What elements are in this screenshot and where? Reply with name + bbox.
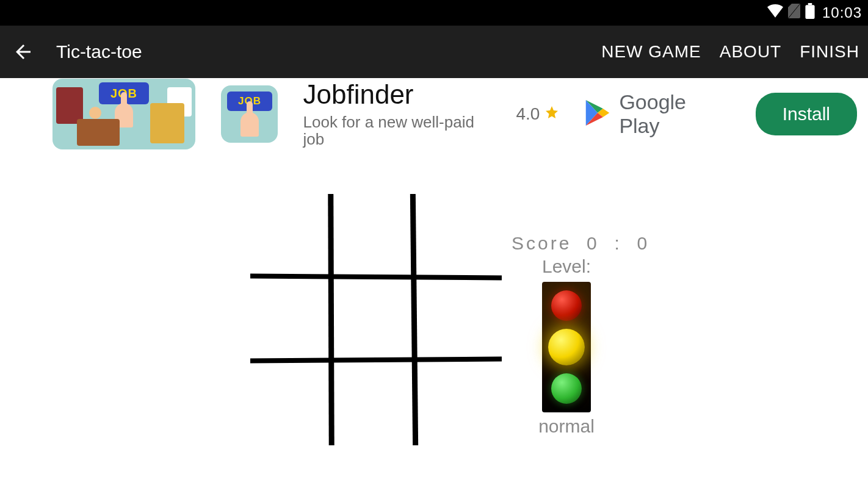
arrow-back-icon — [12, 41, 34, 63]
cell-1-2[interactable] — [417, 279, 495, 357]
traffic-yellow-icon — [548, 329, 585, 365]
score-player: 0 — [587, 233, 599, 253]
cell-1-0[interactable] — [250, 279, 328, 357]
cell-0-2[interactable] — [417, 194, 495, 272]
ad-rating: 4.0 — [516, 104, 559, 124]
cell-2-2[interactable] — [417, 362, 495, 440]
game-area: Score 0 : 0 Level: normal — [0, 171, 868, 488]
ad-rating-value: 4.0 — [516, 104, 540, 124]
google-play-icon — [585, 99, 610, 129]
status-icons: 10:03 — [767, 3, 862, 23]
back-button[interactable] — [9, 37, 38, 66]
about-button[interactable]: ABOUT — [720, 42, 781, 62]
cell-1-1[interactable] — [334, 279, 412, 357]
score-separator: : — [614, 233, 621, 253]
ad-title: Jobfinder — [303, 80, 497, 109]
ad-banner[interactable]: JOB JOB Jobfinder Look for a new well-pa… — [0, 78, 868, 150]
level-indicator[interactable] — [542, 282, 591, 412]
new-game-button[interactable]: NEW GAME — [601, 42, 701, 62]
cell-2-1[interactable] — [334, 362, 412, 440]
app-bar: Tic-tac-toe NEW GAME ABOUT FINISH — [0, 26, 868, 78]
score-cpu: 0 — [637, 233, 649, 253]
traffic-red-icon — [551, 290, 582, 321]
finish-button[interactable]: FINISH — [800, 42, 859, 62]
wifi-icon — [767, 4, 783, 21]
status-bar: 10:03 — [0, 0, 868, 26]
traffic-green-icon — [551, 373, 582, 404]
svg-rect-2 — [808, 3, 812, 5]
cell-0-1[interactable] — [334, 194, 412, 272]
ad-app-icon: JOB — [221, 85, 277, 143]
pointer-hand-icon — [241, 112, 259, 137]
no-sim-icon — [788, 4, 800, 22]
ad-subtitle: Look for a new well-paid job — [303, 113, 497, 148]
app-actions: NEW GAME ABOUT FINISH — [601, 42, 859, 62]
install-button[interactable]: Install — [756, 93, 857, 135]
level-label: Level: — [512, 256, 621, 277]
cell-2-0[interactable] — [250, 362, 328, 440]
level-name: normal — [512, 416, 621, 437]
battery-icon — [805, 3, 815, 23]
status-clock: 10:03 — [822, 4, 862, 21]
ad-store-label: Google Play — [619, 90, 729, 138]
ad-store: Google Play — [585, 90, 729, 138]
cell-0-0[interactable] — [250, 194, 328, 272]
game-board — [250, 194, 502, 445]
score-line: Score 0 : 0 — [512, 233, 621, 254]
score-label: Score — [512, 233, 571, 253]
star-icon — [544, 104, 559, 124]
side-panel: Score 0 : 0 Level: normal — [512, 233, 621, 437]
svg-rect-3 — [805, 5, 814, 19]
ad-text: Jobfinder Look for a new well-paid job — [303, 80, 497, 148]
ad-promo-image: JOB — [52, 79, 195, 149]
app-title: Tic-tac-toe — [56, 41, 142, 62]
